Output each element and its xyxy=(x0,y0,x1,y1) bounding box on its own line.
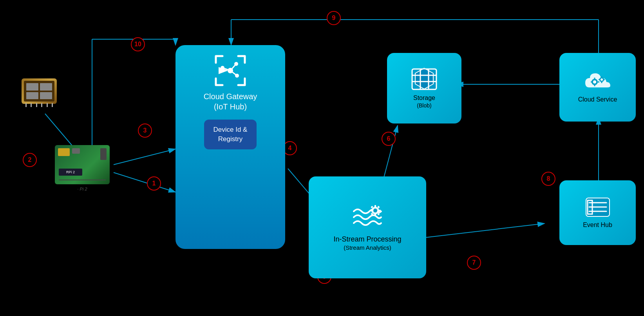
iot-hub-box: Cloud Gateway (IoT Hub) Device Id & Regi… xyxy=(175,45,285,249)
svg-rect-29 xyxy=(370,210,372,211)
in-stream-processing-box: In-Stream Processing (Stream Analytics) xyxy=(309,176,426,278)
svg-rect-49 xyxy=(601,76,602,78)
svg-line-21 xyxy=(230,64,236,71)
event-hub-label: Event Hub xyxy=(583,221,612,229)
number-2: 2 xyxy=(23,153,37,167)
svg-rect-45 xyxy=(594,78,595,79)
svg-rect-50 xyxy=(601,82,602,83)
svg-rect-48 xyxy=(598,81,599,82)
svg-point-42 xyxy=(593,80,596,84)
svg-rect-27 xyxy=(374,205,376,207)
number-3: 3 xyxy=(138,123,152,138)
number-8: 8 xyxy=(541,172,555,186)
svg-rect-46 xyxy=(594,85,595,86)
stream-analytics-icon xyxy=(352,203,383,231)
device-registry-box: Device Id & Registry xyxy=(204,120,257,149)
cloud-service-box: Cloud Service xyxy=(559,53,636,122)
svg-point-26 xyxy=(373,209,377,212)
storage-sublabel: (Blob) xyxy=(417,102,431,109)
svg-line-8 xyxy=(411,223,545,239)
svg-rect-52 xyxy=(603,79,605,80)
event-hub-icon xyxy=(584,196,612,218)
svg-line-3 xyxy=(114,149,175,165)
svg-rect-51 xyxy=(599,79,600,80)
diagram-container: 1 2 3 4 5 6 7 8 9 10 xyxy=(0,0,644,316)
svg-point-44 xyxy=(601,78,603,81)
iot-hub-icon xyxy=(213,53,248,88)
svg-rect-30 xyxy=(378,210,381,211)
in-stream-label: In-Stream Processing xyxy=(333,235,401,244)
svg-rect-47 xyxy=(591,81,592,82)
event-hub-box: Event Hub xyxy=(559,180,636,245)
in-stream-sublabel: (Stream Analytics) xyxy=(344,244,391,252)
storage-icon xyxy=(411,67,438,91)
number-9: 9 xyxy=(327,11,341,25)
storage-box: Storage (Blob) xyxy=(387,53,461,123)
number-10: 10 xyxy=(131,37,145,51)
raspberry-pi-device: RPi 2 · Pi 2 xyxy=(55,145,110,184)
cloud-service-icon xyxy=(584,71,612,93)
iot-hub-label: Cloud Gateway (IoT Hub) xyxy=(204,91,257,112)
number-6: 6 xyxy=(382,132,396,146)
svg-line-4 xyxy=(114,173,175,192)
svg-rect-28 xyxy=(374,214,376,216)
storage-label: Storage xyxy=(413,94,435,102)
number-1: 1 xyxy=(147,176,161,191)
cloud-service-label: Cloud Service xyxy=(578,96,617,104)
number-7: 7 xyxy=(467,256,481,270)
sensor-device xyxy=(22,78,57,104)
